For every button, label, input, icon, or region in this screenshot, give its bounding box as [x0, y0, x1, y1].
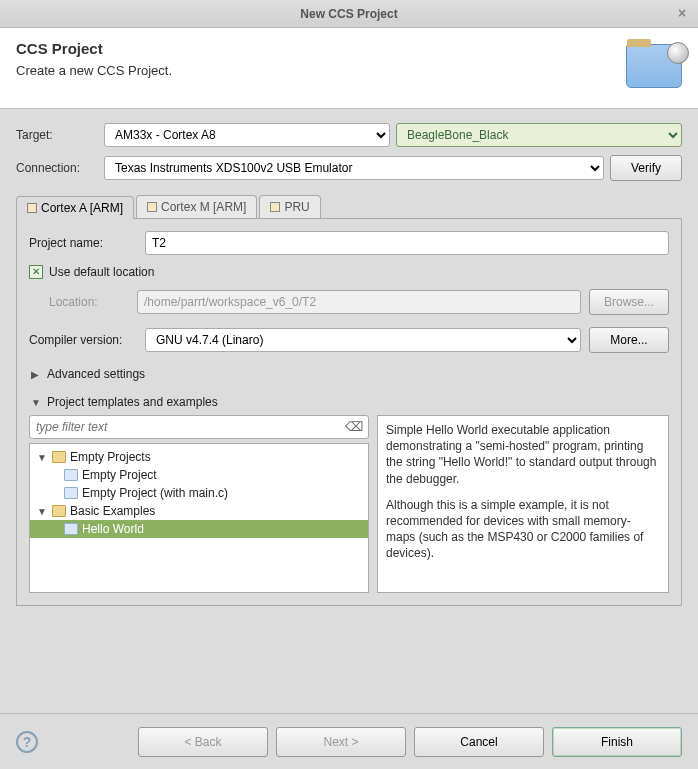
tab-panel: Project name: ✕ Use default location Loc… [16, 219, 682, 606]
header: CCS Project Create a new CCS Project. [0, 28, 698, 109]
page-title: CCS Project [16, 40, 172, 57]
filter-input[interactable] [29, 415, 369, 439]
finish-button[interactable]: Finish [552, 727, 682, 757]
chevron-right-icon: ▶ [31, 369, 41, 380]
next-button: Next > [276, 727, 406, 757]
folder-icon [52, 451, 66, 463]
checkbox-checked-icon: ✕ [29, 265, 43, 279]
tree-category-empty-projects[interactable]: ▼ Empty Projects [30, 448, 368, 466]
compiler-select[interactable]: GNU v4.7.4 (Linaro) [145, 328, 581, 352]
help-icon[interactable]: ? [16, 731, 38, 753]
chevron-down-icon: ▼ [36, 452, 48, 463]
templates-expander[interactable]: ▼ Project templates and examples [31, 395, 667, 409]
tab-pru[interactable]: PRU [259, 195, 320, 218]
content-area: Target: AM33x - Cortex A8 BeagleBone_Bla… [0, 109, 698, 616]
template-icon [64, 469, 78, 481]
tree-item-hello-world[interactable]: Hello World [30, 520, 368, 538]
chip-icon [147, 202, 157, 212]
target-family-select[interactable]: AM33x - Cortex A8 [104, 123, 390, 147]
chevron-down-icon: ▼ [36, 506, 48, 517]
connection-select[interactable]: Texas Instruments XDS100v2 USB Emulator [104, 156, 604, 180]
clear-filter-icon[interactable]: ⌫ [345, 419, 363, 434]
template-description: Simple Hello World executable applicatio… [377, 415, 669, 593]
advanced-settings-expander[interactable]: ▶ Advanced settings [31, 367, 667, 381]
project-name-label: Project name: [29, 236, 137, 250]
back-button: < Back [138, 727, 268, 757]
target-device-select[interactable]: BeagleBone_Black [396, 123, 682, 147]
use-default-location-checkbox[interactable]: ✕ Use default location [29, 265, 669, 279]
target-label: Target: [16, 128, 98, 142]
titlebar: New CCS Project × [0, 0, 698, 28]
chip-icon [27, 203, 37, 213]
page-subtitle: Create a new CCS Project. [16, 63, 172, 78]
more-button[interactable]: More... [589, 327, 669, 353]
browse-button: Browse... [589, 289, 669, 315]
wizard-folder-icon [626, 44, 682, 88]
folder-icon [52, 505, 66, 517]
footer: ? < Back Next > Cancel Finish [0, 713, 698, 769]
tree-item-empty-project[interactable]: Empty Project [30, 466, 368, 484]
verify-button[interactable]: Verify [610, 155, 682, 181]
tree-item-empty-project-main[interactable]: Empty Project (with main.c) [30, 484, 368, 502]
chip-icon [270, 202, 280, 212]
template-tree[interactable]: ▼ Empty Projects Empty Project Empty Pro… [29, 443, 369, 593]
chevron-down-icon: ▼ [31, 397, 41, 408]
close-icon[interactable]: × [674, 5, 690, 21]
compiler-label: Compiler version: [29, 333, 137, 347]
window-title: New CCS Project [300, 7, 397, 21]
connection-label: Connection: [16, 161, 98, 175]
location-label: Location: [49, 295, 129, 309]
template-icon [64, 487, 78, 499]
location-input [137, 290, 581, 314]
tab-cortex-m[interactable]: Cortex M [ARM] [136, 195, 257, 218]
core-tabs: Cortex A [ARM] Cortex M [ARM] PRU [16, 195, 682, 219]
tree-category-basic-examples[interactable]: ▼ Basic Examples [30, 502, 368, 520]
tab-cortex-a[interactable]: Cortex A [ARM] [16, 196, 134, 219]
cancel-button[interactable]: Cancel [414, 727, 544, 757]
template-icon [64, 523, 78, 535]
project-name-input[interactable] [145, 231, 669, 255]
